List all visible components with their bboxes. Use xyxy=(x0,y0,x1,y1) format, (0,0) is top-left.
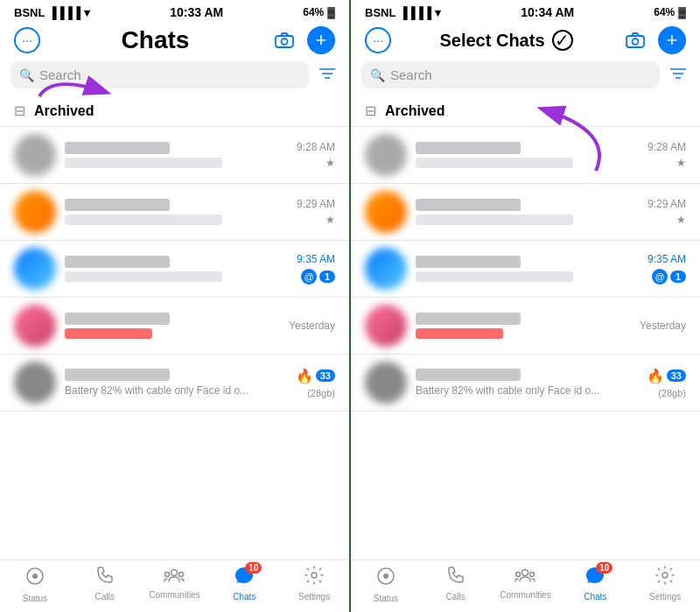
tab-communities-icon-right xyxy=(514,566,536,588)
chat-name-2-right xyxy=(416,199,521,211)
chat-name-2-left xyxy=(65,199,170,211)
header-left: ··· Chats + xyxy=(0,23,349,61)
page-title-left: Chats xyxy=(122,26,190,54)
tab-settings-label-right: Settings xyxy=(649,592,681,601)
header-icons-right: + xyxy=(621,26,686,54)
tab-settings-icon-right xyxy=(655,566,675,590)
chat-item-1-right[interactable]: 9:28 AM ★ xyxy=(351,127,700,184)
chat-preview-1-left xyxy=(65,158,222,168)
chat-content-3-left xyxy=(65,256,288,282)
header-right: ··· Select Chats ✓ + xyxy=(351,23,700,61)
chat-name-4-right xyxy=(416,313,521,325)
svg-point-19 xyxy=(516,573,521,577)
at-badge-3-right: @ xyxy=(652,269,668,285)
chat-preview-3-right xyxy=(416,271,573,282)
archived-row-left[interactable]: ⊟ Archived xyxy=(0,95,349,127)
menu-dots-button-right[interactable]: ··· xyxy=(365,27,391,53)
chat-content-5-right: Battery 82% with cable only Face id o... xyxy=(416,369,638,397)
search-bar-left[interactable]: 🔍 Search xyxy=(10,61,309,88)
svg-point-7 xyxy=(172,570,178,576)
search-bar-right[interactable]: 🔍 Search xyxy=(361,61,660,88)
right-phone-panel: BSNL ▐▐▐▐ ▾ 10:34 AM 64% ▓ ··· Select Ch… xyxy=(351,0,700,612)
camera-button-right[interactable] xyxy=(621,26,649,54)
chat-meta-3-left: 9:35 AM @ 1 xyxy=(297,253,335,285)
svg-point-9 xyxy=(179,573,184,577)
filter-icon-right[interactable] xyxy=(667,64,690,87)
svg-rect-0 xyxy=(276,36,293,47)
chat-preview-2-right xyxy=(416,215,573,225)
chat-time-1-left: 9:28 AM xyxy=(297,141,335,153)
tab-chats-label-right: Chats xyxy=(584,592,606,601)
chat-preview-5-left: Battery 82% with cable only Face id o... xyxy=(65,384,287,397)
tab-communities-icon-left xyxy=(164,566,185,588)
chat-item-3-left[interactable]: 9:35 AM @ 1 xyxy=(0,241,349,298)
menu-dots-button-left[interactable]: ··· xyxy=(14,27,40,53)
status-left-right: BSNL ▐▐▐▐ ▾ xyxy=(365,6,441,19)
archived-icon-right: ⊟ xyxy=(365,102,376,119)
chat-preview-2-left xyxy=(65,215,222,225)
chat-item-3-right[interactable]: 9:35 AM @ 1 xyxy=(351,241,700,298)
chat-item-4-right[interactable]: Yesterday xyxy=(351,298,700,355)
tab-settings-left[interactable]: Settings xyxy=(279,566,349,603)
chat-item-5-left[interactable]: Battery 82% with cable only Face id o...… xyxy=(0,355,349,412)
tab-calls-label-right: Calls xyxy=(446,592,466,601)
avatar-4-right xyxy=(365,305,407,347)
chat-item-4-left[interactable]: Yesterday xyxy=(0,298,349,355)
check-circle-icon-right: ✓ xyxy=(552,30,573,51)
star-icon-2-left: ★ xyxy=(326,214,335,226)
chat-name-4-left xyxy=(65,313,170,325)
chat-item-5-right[interactable]: Battery 82% with cable only Face id o...… xyxy=(351,355,700,412)
time-left: 10:33 AM xyxy=(170,5,223,19)
tab-status-left[interactable]: Status xyxy=(0,566,70,603)
chat-item-1-left[interactable]: 9:28 AM ★ xyxy=(0,127,349,184)
tab-chats-label-left: Chats xyxy=(233,592,256,601)
svg-point-21 xyxy=(662,573,668,578)
at-badge-3-left: @ xyxy=(301,269,317,285)
chat-preview-1-right xyxy=(416,158,573,168)
chat-meta-5-left: 🔥 33 (28gb) xyxy=(296,368,335,398)
chat-meta-1-left: 9:28 AM ★ xyxy=(297,141,335,169)
tab-calls-icon-left xyxy=(95,566,115,590)
add-chat-button-right[interactable]: + xyxy=(658,26,686,54)
chat-item-2-right[interactable]: 9:29 AM ★ xyxy=(351,184,700,241)
tab-status-icon-right xyxy=(375,566,396,592)
tab-chats-left[interactable]: 10 Chats xyxy=(209,566,279,603)
tab-calls-left[interactable]: Calls xyxy=(70,566,140,603)
tab-bar-left: Status Calls Communities xyxy=(0,559,349,612)
archived-row-right[interactable]: ⊟ Archived xyxy=(351,95,700,127)
chat-content-4-right xyxy=(416,313,631,339)
tab-calls-right[interactable]: Calls xyxy=(421,566,491,603)
wifi-icon-left: ▾ xyxy=(84,6,90,19)
add-chat-button-left[interactable]: + xyxy=(307,26,335,54)
tab-status-icon-left xyxy=(24,566,46,592)
tab-status-right[interactable]: Status xyxy=(351,566,421,603)
avatar-3-left xyxy=(14,248,56,290)
camera-button-left[interactable] xyxy=(270,26,298,54)
tab-communities-right[interactable]: Communities xyxy=(491,566,561,603)
chat-meta-3-right: 9:35 AM @ 1 xyxy=(648,253,686,285)
tab-chats-right[interactable]: 10 Chats xyxy=(560,566,630,603)
unread-badge-3-right: 1 xyxy=(670,271,686,283)
page-title-right: Select Chats xyxy=(439,31,544,51)
filter-icon-left[interactable] xyxy=(316,64,339,87)
chat-list-right: 9:28 AM ★ 9:29 AM ★ 9:35 AM xyxy=(351,127,700,559)
tab-chats-badge-wrap-left: 10 xyxy=(234,566,255,590)
chat-name-5-left xyxy=(65,369,170,381)
tab-communities-left[interactable]: Communities xyxy=(140,566,210,603)
tab-status-label-left: Status xyxy=(23,594,47,603)
carrier-left: BSNL xyxy=(14,6,45,19)
chat-meta-2-right: 9:29 AM ★ xyxy=(648,198,686,226)
chat-name-5-right xyxy=(416,369,521,381)
chat-item-2-left[interactable]: 9:29 AM ★ xyxy=(0,184,349,241)
tab-settings-label-left: Settings xyxy=(298,592,330,601)
battery-left: 64% xyxy=(303,6,324,18)
tab-settings-right[interactable]: Settings xyxy=(630,566,700,603)
avatar-5-left xyxy=(14,362,56,404)
archived-icon-left: ⊟ xyxy=(14,102,25,119)
header-left-actions: ··· xyxy=(14,27,40,53)
chat-time-4-right: Yesterday xyxy=(640,320,686,332)
svg-rect-11 xyxy=(626,36,644,47)
search-wrap-left: 🔍 Search xyxy=(0,61,349,95)
tab-bar-right: Status Calls Communities xyxy=(351,559,700,612)
chat-content-1-right xyxy=(416,142,639,168)
